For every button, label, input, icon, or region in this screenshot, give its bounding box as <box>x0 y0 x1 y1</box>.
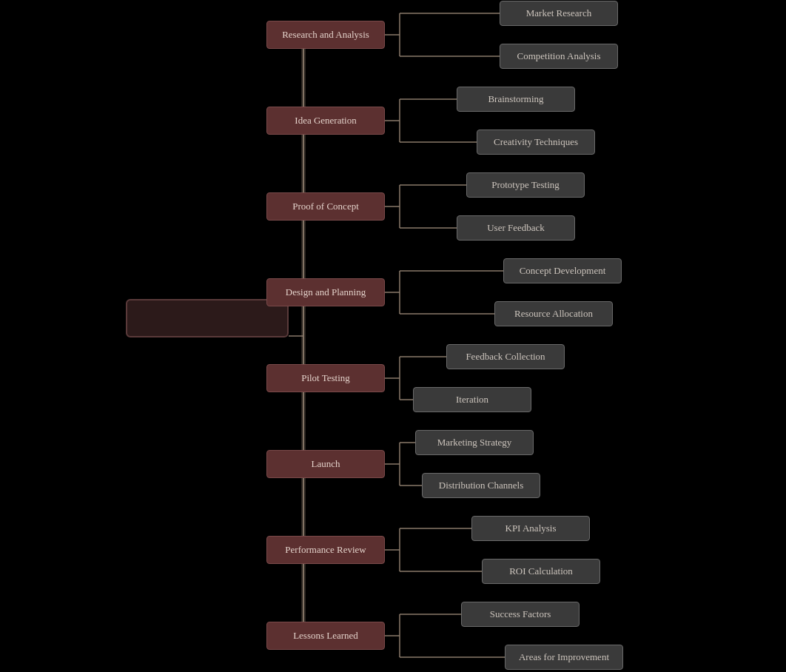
mind-map: Research and AnalysisMarket ResearchComp… <box>0 0 786 672</box>
leaf-node-roi[interactable]: ROI Calculation <box>482 559 600 584</box>
branch-node-lessons[interactable]: Lessons Learned <box>266 622 385 650</box>
connections-svg <box>0 0 786 672</box>
leaf-node-market[interactable]: Market Research <box>500 1 618 26</box>
leaf-node-resource[interactable]: Resource Allocation <box>494 301 613 326</box>
leaf-node-creativity[interactable]: Creativity Techniques <box>477 130 595 155</box>
leaf-node-brainstorming[interactable]: Brainstorming <box>457 87 575 112</box>
branch-node-research[interactable]: Research and Analysis <box>266 21 385 49</box>
branch-node-proof[interactable]: Proof of Concept <box>266 192 385 221</box>
branch-node-performance[interactable]: Performance Review <box>266 536 385 564</box>
leaf-node-areas[interactable]: Areas for Improvement <box>505 645 623 670</box>
leaf-node-distribution[interactable]: Distribution Channels <box>422 473 540 498</box>
branch-node-pilot[interactable]: Pilot Testing <box>266 364 385 392</box>
leaf-node-feedback[interactable]: Feedback Collection <box>446 344 565 369</box>
branch-node-launch[interactable]: Launch <box>266 450 385 478</box>
root-node[interactable] <box>126 299 289 337</box>
leaf-node-marketing[interactable]: Marketing Strategy <box>415 430 534 455</box>
branch-node-design[interactable]: Design and Planning <box>266 278 385 306</box>
leaf-node-iteration[interactable]: Iteration <box>413 387 531 412</box>
leaf-node-concept[interactable]: Concept Development <box>503 258 622 283</box>
leaf-node-competition[interactable]: Competition Analysis <box>500 44 618 69</box>
branch-node-idea[interactable]: Idea Generation <box>266 107 385 135</box>
leaf-node-userfeedback[interactable]: User Feedback <box>457 215 575 241</box>
leaf-node-kpi[interactable]: KPI Analysis <box>471 516 590 541</box>
leaf-node-prototype[interactable]: Prototype Testing <box>466 172 585 198</box>
leaf-node-success[interactable]: Success Factors <box>461 602 580 627</box>
